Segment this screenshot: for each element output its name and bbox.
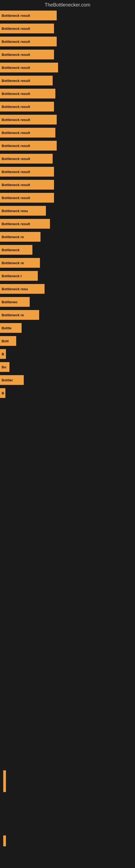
bottom-vertical-bar-2 — [3, 835, 6, 846]
bottleneck-bar-29: B — [0, 388, 5, 398]
bottleneck-bar-8: Bottleneck result — [0, 115, 57, 124]
bottleneck-bar-12: Bottleneck result — [0, 167, 54, 177]
bottleneck-bar-7: Bottleneck result — [0, 102, 54, 112]
bar-row-13: Bottleneck result — [0, 178, 135, 191]
bar-row-6: Bottleneck result — [0, 87, 135, 100]
bar-row-7: Bottleneck result — [0, 100, 135, 113]
bottleneck-bar-16: Bottleneck result — [0, 219, 50, 229]
bar-row-15: Bottleneck resu — [0, 204, 135, 217]
bottleneck-bar-24: Bottle — [0, 323, 21, 333]
bar-row-17: Bottleneck re — [0, 230, 135, 243]
bar-row-24: Bottle — [0, 321, 135, 335]
bar-row-12: Bottleneck result — [0, 165, 135, 178]
site-title: TheBottlenecker.com — [0, 0, 135, 9]
bottleneck-bar-14: Bottleneck result — [0, 193, 54, 203]
bottleneck-bar-20: Bottleneck r — [0, 271, 38, 281]
bottleneck-bar-22: Bottlenec — [0, 297, 30, 307]
bar-row-28: Bottler — [0, 373, 135, 386]
bottleneck-bar-4: Bottleneck result — [0, 63, 58, 72]
bottleneck-bar-18: Bottleneck — [0, 245, 32, 255]
bottom-vertical-bar-1 — [3, 770, 6, 792]
bottleneck-bar-10: Bottleneck result — [0, 141, 57, 151]
bottleneck-bar-5: Bottleneck result — [0, 76, 53, 86]
bottleneck-bar-11: Bottleneck result — [0, 154, 53, 163]
bottleneck-bar-25: Bott — [0, 336, 16, 346]
bar-row-3: Bottleneck result — [0, 48, 135, 61]
bar-row-11: Bottleneck result — [0, 152, 135, 165]
bar-row-5: Bottleneck result — [0, 74, 135, 87]
bottleneck-bar-3: Bottleneck result — [0, 50, 54, 59]
bottleneck-bar-28: Bottler — [0, 375, 24, 385]
bar-row-14: Bottleneck result — [0, 191, 135, 204]
bottleneck-bar-19: Bottleneck re — [0, 258, 40, 268]
bar-row-25: Bott — [0, 335, 135, 347]
bar-row-0: Bottleneck result — [0, 9, 135, 22]
bar-row-9: Bottleneck result — [0, 126, 135, 139]
bar-row-1: Bottleneck result — [0, 22, 135, 35]
bar-row-27: Bo — [0, 361, 135, 373]
bottleneck-bar-17: Bottleneck re — [0, 232, 41, 242]
bar-row-22: Bottlenec — [0, 296, 135, 308]
bar-row-16: Bottleneck result — [0, 217, 135, 230]
bottleneck-bar-6: Bottleneck result — [0, 89, 55, 98]
bottleneck-bar-0: Bottleneck result — [0, 10, 57, 20]
bottleneck-bar-27: Bo — [0, 362, 9, 372]
bottleneck-bar-23: Bottleneck re — [0, 310, 39, 320]
bar-row-21: Bottleneck resu — [0, 282, 135, 296]
bar-row-26: B — [0, 347, 135, 361]
bottleneck-bar-9: Bottleneck result — [0, 128, 55, 137]
bar-row-4: Bottleneck result — [0, 61, 135, 74]
bottleneck-bar-1: Bottleneck result — [0, 24, 54, 33]
bar-row-10: Bottleneck result — [0, 139, 135, 152]
bar-row-18: Bottleneck — [0, 243, 135, 256]
bottleneck-bar-2: Bottleneck result — [0, 37, 57, 46]
bar-row-19: Bottleneck re — [0, 256, 135, 269]
bottleneck-bar-13: Bottleneck result — [0, 180, 54, 190]
bar-row-23: Bottleneck re — [0, 308, 135, 321]
bar-row-8: Bottleneck result — [0, 113, 135, 126]
bar-row-29: B — [0, 386, 135, 400]
bar-row-20: Bottleneck r — [0, 269, 135, 282]
bottleneck-bar-15: Bottleneck resu — [0, 206, 46, 216]
bars-container: Bottleneck resultBottleneck resultBottle… — [0, 9, 135, 400]
bottleneck-bar-21: Bottleneck resu — [0, 284, 45, 294]
bottleneck-bar-26: B — [0, 349, 6, 359]
bar-row-2: Bottleneck result — [0, 35, 135, 48]
